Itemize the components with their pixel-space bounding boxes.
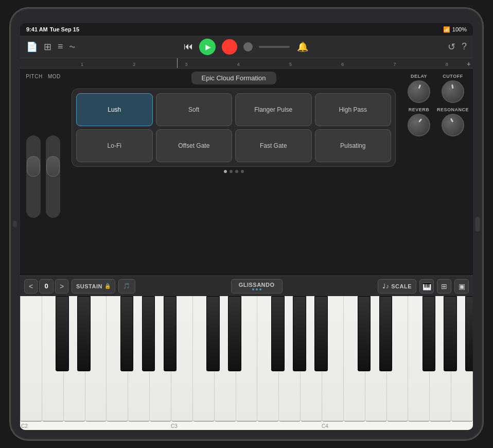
c2-label: C2 (21, 423, 28, 429)
preset-soft[interactable]: Soft (156, 93, 233, 126)
timeline-num-1: 1 (56, 62, 108, 67)
key-ds2[interactable] (77, 296, 91, 371)
preset-high-pass[interactable]: High Pass (315, 93, 392, 126)
key-as3[interactable] (314, 296, 328, 371)
key-cs4[interactable] (358, 296, 371, 371)
status-right: 📶 100% (443, 26, 467, 33)
settings-icon-2: ▣ (459, 282, 465, 290)
pitch-mod-labels: PITCH MOD (23, 74, 63, 79)
key-cs3[interactable] (206, 296, 220, 371)
key-ds4[interactable] (379, 296, 393, 371)
key-as4[interactable] (465, 296, 473, 371)
arpeggio-icon: 🎵 (123, 283, 131, 289)
add-track-button[interactable]: + (467, 60, 471, 68)
reverb-label: REVERB (409, 107, 430, 112)
key-fs3[interactable] (271, 296, 285, 371)
page-dots (224, 170, 244, 173)
key-as2[interactable] (164, 296, 177, 371)
sustain-label: SUSTAIN (76, 283, 102, 289)
toolbar-center: ⏮ 🔔 (173, 39, 321, 55)
rewind-button[interactable]: ⏮ (184, 41, 193, 52)
preset-offset-gate[interactable]: Offset Gate (156, 129, 233, 162)
page-dot-1[interactable] (224, 170, 227, 173)
octave-down-button[interactable]: < (24, 279, 38, 294)
record-button[interactable] (222, 39, 237, 55)
chord-icon: ⊞ (441, 282, 447, 290)
page-dot-2[interactable] (230, 170, 233, 173)
glissando-button[interactable]: GLISSANDO (231, 279, 283, 294)
scale-button[interactable]: ♩♪ SCALE (378, 279, 416, 294)
key-ds3[interactable] (228, 296, 241, 371)
arpeggio-button[interactable]: 🎵 (118, 279, 135, 294)
new-file-icon[interactable]: 📄 (25, 40, 39, 54)
master-volume-knob[interactable] (243, 42, 253, 51)
timeline-num-3: 3 (161, 62, 213, 67)
pitch-slider[interactable] (26, 135, 41, 218)
toolbar-left: 📄 ⊞ ≡ ⏦ (25, 40, 173, 54)
pitch-mod-panel: PITCH MOD (20, 68, 66, 275)
settings-button[interactable]: ▣ (454, 279, 469, 294)
metronome-icon[interactable]: 🔔 (296, 40, 309, 54)
home-button[interactable] (475, 217, 480, 231)
resonance-knob[interactable] (442, 114, 464, 136)
timeline[interactable]: 1 2 3 4 5 6 7 8 + (20, 58, 473, 68)
key-fs4[interactable] (422, 296, 436, 371)
timeline-numbers: 1 2 3 4 5 6 7 8 (20, 62, 473, 67)
timeline-num-6: 6 (316, 62, 368, 67)
side-button[interactable] (13, 221, 17, 227)
sustain-lock-icon: 🔒 (104, 283, 111, 289)
mixer-icon[interactable]: ≡ (57, 40, 64, 53)
c4-label: C4 (322, 423, 328, 429)
preset-lush[interactable]: Lush (76, 93, 153, 126)
glissando-dots (252, 288, 261, 290)
status-left: 9:41 AM Tue Sep 15 (26, 26, 79, 32)
time-display: 9:41 AM (26, 26, 48, 32)
key-c2[interactable] (20, 296, 42, 422)
center-panel: Epic Cloud Formation Lush Soft Flanger P… (66, 68, 401, 275)
c3-label: C3 (171, 423, 178, 429)
sustain-button[interactable]: SUSTAIN 🔒 (72, 279, 115, 294)
chord-button[interactable]: ⊞ (437, 279, 451, 294)
timeline-num-7: 7 (369, 62, 421, 67)
pitch-slider-thumb (27, 156, 40, 177)
settings-icon[interactable]: ⏦ (68, 40, 76, 53)
preset-lo-fi[interactable]: Lo-Fi (76, 129, 153, 162)
cutoff-knob[interactable] (442, 80, 464, 103)
resonance-label: RESONANCE (437, 107, 469, 112)
preset-flanger-pulse[interactable]: Flanger Pulse (235, 93, 312, 126)
help-icon[interactable]: ? (461, 40, 468, 53)
key-gs2[interactable] (142, 296, 155, 371)
bottom-controls: < 0 > SUSTAIN 🔒 🎵 GLISSANDO (20, 275, 473, 296)
keyboard-view-button[interactable]: 🎹 (419, 279, 434, 294)
key-cs2[interactable] (56, 296, 69, 371)
reverb-knob[interactable] (408, 114, 430, 136)
key-gs3[interactable] (293, 296, 306, 371)
effects-panel: DELAY CUTOFF REVERB RESONANCE (401, 68, 473, 275)
piano-section: C2 C3 C4 (20, 296, 473, 430)
piano-keys[interactable] (20, 296, 473, 422)
preset-fast-gate[interactable]: Fast Gate (235, 129, 312, 162)
undo-icon[interactable]: ↺ (447, 40, 456, 54)
glissando-dot-1 (252, 288, 254, 290)
preset-pulsating[interactable]: Pulsating (315, 129, 392, 162)
delay-knob-group: DELAY (405, 74, 433, 103)
play-button[interactable] (199, 39, 216, 55)
status-bar: 9:41 AM Tue Sep 15 📶 100% (20, 23, 473, 36)
key-fs2[interactable] (120, 296, 134, 371)
date-display: Tue Sep 15 (50, 26, 79, 32)
battery-display: 100% (452, 26, 467, 32)
octave-up-button[interactable]: > (55, 279, 68, 294)
timeline-num-5: 5 (265, 62, 316, 67)
ipad-frame: 9:41 AM Tue Sep 15 📶 100% 📄 ⊞ ≡ ⏦ ⏮ (10, 8, 483, 440)
tracks-icon[interactable]: ⊞ (43, 40, 52, 54)
volume-bar[interactable] (259, 46, 290, 48)
scale-icon: ♩♪ (382, 283, 389, 290)
mod-slider[interactable] (46, 135, 60, 218)
page-dot-3[interactable] (235, 170, 238, 173)
key-gs4[interactable] (444, 296, 457, 371)
page-dot-4[interactable] (241, 170, 244, 173)
delay-knob[interactable] (408, 80, 430, 103)
ipad-screen: 9:41 AM Tue Sep 15 📶 100% 📄 ⊞ ≡ ⏦ ⏮ (20, 23, 473, 430)
reverb-knob-group: REVERB (405, 107, 433, 136)
mod-label: MOD (48, 74, 61, 79)
